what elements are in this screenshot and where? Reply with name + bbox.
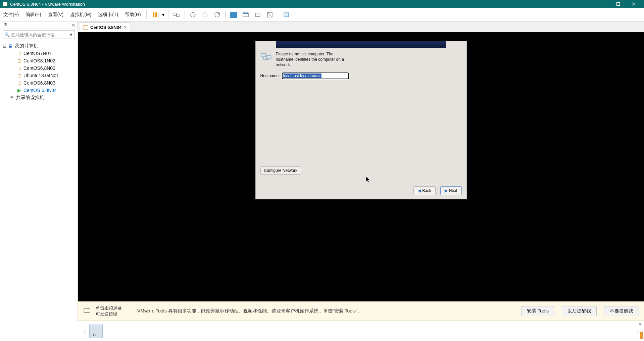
- manage-snapshot-icon[interactable]: [211, 9, 223, 21]
- vm-icon: ▢: [16, 65, 22, 71]
- pause-icon[interactable]: [149, 9, 161, 21]
- dropdown-icon[interactable]: ▾: [161, 9, 166, 21]
- library-title: 库: [3, 22, 8, 28]
- app-icon: [3, 2, 7, 6]
- thumb-prev-icon[interactable]: ◁: [81, 329, 88, 334]
- tree-root-my-computer[interactable]: ⊟ 🖥 我的计算机: [1, 42, 76, 50]
- svg-point-11: [218, 12, 220, 14]
- library-close-icon[interactable]: ✕: [71, 22, 76, 28]
- hint-message: VMware Tools 具有很多功能，能改善鼠标移动性、视频和性能。请登录客户…: [137, 308, 514, 314]
- tree-shared-vms[interactable]: ⚑ 共享的虚拟机: [1, 94, 76, 101]
- svg-rect-23: [84, 308, 90, 312]
- svg-rect-4: [153, 12, 154, 17]
- back-label: Back: [422, 188, 431, 193]
- installer-banner: [276, 41, 446, 48]
- tree-label: 我的计算机: [15, 43, 38, 49]
- tree-vm[interactable]: ▢ CentOS6.8N03: [1, 79, 76, 87]
- next-button[interactable]: ▶Next: [440, 186, 462, 195]
- menu-view[interactable]: 查看(V): [45, 8, 67, 21]
- shared-icon: ⚑: [9, 95, 15, 100]
- svg-rect-17: [284, 13, 289, 17]
- next-label: Next: [449, 188, 457, 193]
- unity-icon[interactable]: [264, 9, 276, 21]
- svg-rect-24: [86, 312, 88, 313]
- tree-label: CentOS6.8N02: [23, 65, 55, 71]
- collapse-icon[interactable]: ⊟: [3, 43, 7, 49]
- library-toggle-icon[interactable]: [280, 9, 292, 21]
- minimize-button[interactable]: [595, 0, 610, 8]
- computer-icon: 🖥: [7, 43, 13, 49]
- tab-vm-icon: [84, 25, 88, 30]
- svg-point-9: [203, 12, 207, 17]
- svg-rect-18: [261, 53, 266, 57]
- never-remind-button[interactable]: 不要提醒我: [604, 306, 639, 316]
- tree-vm[interactable]: ▢ CentOS7N01: [1, 50, 76, 57]
- menu-help[interactable]: 帮助(H): [121, 8, 144, 21]
- guest-installer-dialog: Please name this computer. The hostname …: [255, 41, 467, 199]
- library-search[interactable]: 🔍 ▼: [3, 30, 75, 39]
- vm-icon: ▢: [16, 58, 22, 63]
- revert-snapshot-icon[interactable]: [199, 9, 211, 21]
- hint-line1: 单击虚拟屏幕: [96, 305, 133, 311]
- installer-description: Please name this computer. The hostname …: [276, 51, 346, 68]
- vm-icon: ▢: [16, 73, 22, 78]
- tree-label: Ubuntu18.04N01: [23, 73, 59, 78]
- tab-close-icon[interactable]: ✕: [123, 25, 127, 30]
- svg-rect-1: [617, 3, 620, 6]
- hostname-icon: [260, 51, 273, 63]
- maximize-button[interactable]: [610, 0, 626, 8]
- hostname-input[interactable]: [282, 72, 349, 79]
- search-icon: 🔍: [4, 32, 10, 37]
- back-button[interactable]: ◀Back: [413, 186, 436, 195]
- tree-vm[interactable]: ▢ CentOS6.8N02: [1, 64, 76, 72]
- vmware-tools-hint: 单击虚拟屏幕 可发送按键 VMware Tools 具有很多功能，能改善鼠标移动…: [78, 301, 644, 321]
- search-dropdown-icon[interactable]: ▼: [69, 32, 73, 37]
- svg-rect-5: [155, 12, 157, 17]
- search-input[interactable]: [11, 32, 69, 37]
- view-fullscreen-icon[interactable]: [240, 9, 252, 21]
- resize-handle-icon[interactable]: [640, 332, 643, 339]
- snapshot-icon[interactable]: [187, 9, 199, 21]
- tree-label: 共享的虚拟机: [16, 95, 44, 101]
- menu-edit[interactable]: 编辑(E): [22, 8, 45, 21]
- tree-vm-active[interactable]: ▶ CentOS 6.8N04: [1, 87, 76, 94]
- tree-label: CentOS8.1N02: [23, 58, 55, 63]
- vm-running-icon: ▶: [16, 88, 22, 93]
- svg-line-16: [267, 12, 272, 17]
- hint-line2: 可发送按键: [96, 311, 133, 317]
- tree-vm[interactable]: ▢ Ubuntu18.04N01: [1, 72, 76, 79]
- arrow-right-icon: ▶: [445, 188, 448, 193]
- tab-active[interactable]: CentOS 6.8N04 ✕: [80, 22, 131, 32]
- menu-file[interactable]: 文件(F): [0, 8, 22, 21]
- tree-label: CentOS 6.8N04: [23, 88, 57, 93]
- tree-label: CentOS6.8N03: [23, 80, 55, 86]
- hostname-label: Hostname:: [260, 74, 280, 78]
- menubar: 文件(F) 编辑(E) 查看(V) 虚拟机(M) 选项卡(T) 帮助(H) ▾: [0, 8, 644, 21]
- library-panel: 库 ✕ 🔍 ▼ ⊟ 🖥 我的计算机 ▢ CentOS7N01 ▢ CentOS8…: [0, 21, 78, 321]
- thumbnail-strip: ◁ C... ▷ ✕: [78, 321, 644, 341]
- send-ctrl-alt-del-icon[interactable]: [170, 9, 183, 21]
- install-tools-button[interactable]: 安装 Tools: [521, 306, 554, 316]
- svg-rect-19: [266, 55, 271, 59]
- vm-icon: ▢: [16, 51, 22, 56]
- thumb-close-icon[interactable]: ✕: [638, 322, 642, 327]
- tab-bar: CentOS 6.8N04 ✕: [78, 21, 644, 32]
- svg-rect-7: [177, 14, 179, 16]
- stretch-icon[interactable]: [252, 9, 264, 21]
- configure-network-button[interactable]: Configure Network: [260, 166, 301, 175]
- svg-rect-14: [255, 13, 260, 16]
- tab-label: CentOS 6.8N04: [90, 25, 121, 30]
- svg-rect-6: [174, 13, 177, 15]
- vm-thumbnail[interactable]: C...: [89, 325, 103, 338]
- menu-vm[interactable]: 虚拟机(M): [67, 8, 95, 21]
- close-button[interactable]: [626, 0, 641, 8]
- arrow-left-icon: ◀: [418, 188, 421, 193]
- svg-rect-13: [243, 13, 248, 14]
- hint-icon: [83, 307, 91, 316]
- menu-tabs[interactable]: 选项卡(T): [95, 8, 121, 21]
- remind-later-button[interactable]: 以后提醒我: [562, 306, 597, 316]
- tree-label: CentOS7N01: [23, 51, 51, 56]
- tree-vm[interactable]: ▢ CentOS8.1N02: [1, 57, 76, 64]
- vm-console[interactable]: Please name this computer. The hostname …: [78, 32, 644, 301]
- view-console-icon[interactable]: [228, 9, 240, 21]
